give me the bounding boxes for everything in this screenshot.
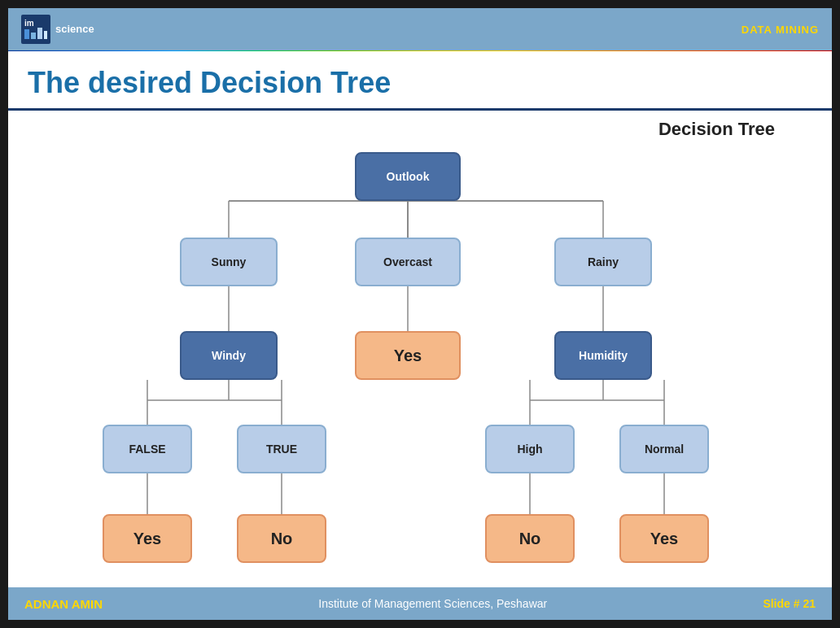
node-rainy: Rainy [554, 238, 652, 286]
node-outlook: Outlook [355, 152, 461, 201]
node-overcast: Overcast [355, 238, 461, 286]
node-yes-overcast: Yes [355, 331, 461, 380]
svg-text:sciences: sciences [55, 23, 94, 35]
node-normal: Normal [619, 425, 709, 473]
content: Decision Tree [8, 111, 832, 587]
node-no-high: No [485, 514, 575, 563]
svg-text:im: im [24, 19, 34, 28]
node-true: TRUE [237, 425, 326, 473]
footer: ADNAN AMIN Institute of Management Scien… [8, 587, 832, 620]
header-title: DATA MINING [742, 24, 819, 36]
logo-icon: im sciences [21, 15, 94, 44]
logo: im sciences [21, 15, 94, 44]
node-high: High [485, 425, 575, 473]
node-yes-normal: Yes [619, 514, 709, 563]
svg-rect-5 [44, 31, 47, 39]
footer-author: ADNAN AMIN [24, 597, 103, 611]
slide: im sciences DATA MINING The desired Deci… [8, 8, 832, 620]
svg-rect-4 [37, 28, 42, 39]
node-windy: Windy [180, 331, 278, 380]
footer-slide-number: Slide # 21 [763, 597, 816, 610]
node-sunny: Sunny [180, 238, 278, 286]
node-humidity: Humidity [554, 331, 652, 380]
tree-container: Outlook Sunny Overcast Rainy Windy Yes H… [54, 144, 786, 583]
slide-title: The desired Decision Tree [28, 66, 812, 100]
header: im sciences DATA MINING [8, 8, 832, 50]
svg-rect-3 [31, 33, 36, 39]
title-section: The desired Decision Tree [8, 51, 832, 111]
node-yes-false: Yes [103, 514, 192, 563]
dt-label: Decision Tree [658, 119, 775, 140]
node-false: FALSE [103, 425, 192, 473]
footer-institution: Institute of Management Sciences, Peshaw… [318, 597, 547, 610]
svg-rect-2 [24, 29, 29, 39]
node-no-true: No [237, 514, 326, 563]
